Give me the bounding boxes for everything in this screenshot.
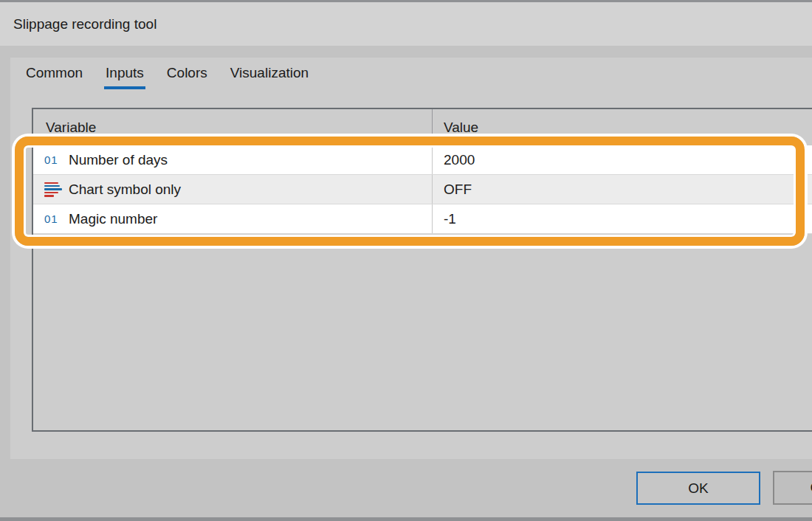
value-text: 2000 xyxy=(444,152,475,168)
tab-common[interactable]: Common xyxy=(24,65,84,89)
value-cell[interactable]: -1 xyxy=(432,204,812,233)
value-cell[interactable]: OFF xyxy=(432,175,812,204)
value-text: -1 xyxy=(444,211,456,227)
value-cell[interactable]: 2000 xyxy=(432,145,812,174)
numeric-input-icon: 01 xyxy=(44,213,62,225)
variable-name: Magic number xyxy=(69,211,157,227)
ok-button-label: OK xyxy=(688,480,708,497)
tab-colors[interactable]: Colors xyxy=(165,65,209,89)
table-row[interactable]: 01 Number of days 2000 xyxy=(33,145,812,175)
variable-cell: 01 Number of days xyxy=(33,145,432,174)
column-header-value[interactable]: Value xyxy=(432,109,812,145)
window-bottom-edge xyxy=(0,517,812,521)
inputs-table: Variable Value 01 Number of days 2000 Ch… xyxy=(32,108,812,432)
variable-cell: 01 Magic number xyxy=(33,204,432,233)
ok-button[interactable]: OK xyxy=(636,472,760,505)
cancel-button[interactable]: Cancel xyxy=(773,471,812,505)
numeric-input-icon: 01 xyxy=(44,153,62,166)
table-row[interactable]: 01 Magic number -1 xyxy=(33,204,812,234)
table-row[interactable]: Chart symbol only OFF xyxy=(33,175,812,204)
tab-bar: Common Inputs Colors Visualization xyxy=(24,65,310,89)
dialog-window: Slippage recording tool Common Inputs Co… xyxy=(0,0,812,521)
table-header: Variable Value xyxy=(33,109,812,145)
tab-inputs[interactable]: Inputs xyxy=(104,65,145,89)
value-text: OFF xyxy=(444,182,472,198)
tab-visualization[interactable]: Visualization xyxy=(229,65,310,89)
window-titlebar[interactable]: Slippage recording tool xyxy=(0,2,812,46)
column-header-variable[interactable]: Variable xyxy=(33,120,432,136)
boolean-input-icon xyxy=(44,182,62,197)
variable-cell: Chart symbol only xyxy=(33,175,432,204)
window-title: Slippage recording tool xyxy=(13,16,156,32)
variable-name: Chart symbol only xyxy=(69,182,181,198)
variable-name: Number of days xyxy=(69,152,168,168)
